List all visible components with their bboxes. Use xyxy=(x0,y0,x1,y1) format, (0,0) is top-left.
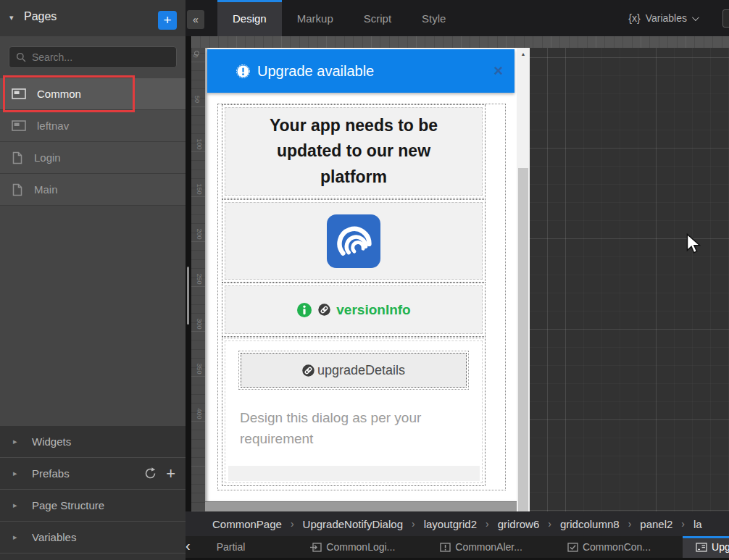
ruler-number: 100 xyxy=(196,138,203,149)
panel-sections: ▸ Widgets ▸ Prefabs + ▸ Page Structure ▸ xyxy=(0,426,186,560)
tab-common-alert[interactable]: CommonAler... xyxy=(427,536,536,558)
editor-mode-tabs: Design Markup Script Style xyxy=(217,0,461,36)
breadcrumb-item[interactable]: layoutgrid2 xyxy=(424,518,477,530)
bind-link-icon xyxy=(318,304,330,316)
canvas-scrollbar[interactable]: ▲ xyxy=(517,48,530,511)
section-label: Page Structure xyxy=(32,499,104,511)
app-root: ▾ Pages + Common leftnav xyxy=(0,0,729,560)
section-prefabs[interactable]: ▸ Prefabs + xyxy=(0,458,186,490)
section-variables[interactable]: ▸ Variables xyxy=(0,522,186,553)
dialog-heading-text: Your app needs to be updated to our new … xyxy=(225,113,482,191)
chevron-right-icon: ▸ xyxy=(13,501,17,510)
tab-markup[interactable]: Markup xyxy=(282,0,349,36)
page-item-common[interactable]: Common xyxy=(0,78,186,110)
login-dialog-icon xyxy=(310,543,322,552)
tab-label: UpgradeNotif... xyxy=(712,541,729,553)
version-info-widget[interactable]: versionInfo xyxy=(225,285,483,334)
section-widgets[interactable]: ▸ Widgets xyxy=(0,426,186,458)
tab-label: CommonLogi... xyxy=(326,541,395,553)
heading-widget[interactable]: Your app needs to be updated to our new … xyxy=(225,107,483,196)
chevron-left-icon[interactable]: ‹ xyxy=(186,536,191,558)
page-item-login[interactable]: Login xyxy=(0,142,186,174)
ruler-origin-icon xyxy=(194,51,199,56)
variables-label: Variables xyxy=(646,12,687,24)
tab-common-confirm[interactable]: CommonCon... xyxy=(554,536,664,558)
panel-resize-gutter[interactable] xyxy=(186,0,191,560)
open-files-tabbar: ‹ Partial CommonLogi... CommonAler... Co… xyxy=(186,536,729,558)
page-item-main[interactable]: Main xyxy=(0,174,186,206)
breadcrumb-item[interactable]: la xyxy=(693,518,702,530)
alert-dialog-icon xyxy=(440,543,451,552)
partial-page-icon xyxy=(12,120,26,131)
breadcrumb-item[interactable]: gridrow6 xyxy=(498,518,540,530)
page-item-label: Common xyxy=(37,88,81,100)
section-label: Widgets xyxy=(32,435,71,448)
dialog-hint-text: Design this dialog as per your requireme… xyxy=(228,398,480,466)
vertical-ruler: 0 50 100 150 200 250 300 350 400 xyxy=(191,48,205,511)
page-item-label: Main xyxy=(34,183,58,196)
breadcrumb-separator: › xyxy=(412,518,415,530)
canvas-scrollbar-thumb[interactable] xyxy=(518,168,528,511)
panel-scrollbar-thumb[interactable] xyxy=(187,267,189,325)
page-item-label: Login xyxy=(34,151,61,164)
tab-design[interactable]: Design xyxy=(217,0,282,36)
tab-upgrade-notify[interactable]: UpgradeNotif... xyxy=(683,536,729,558)
add-page-button[interactable]: + xyxy=(158,11,177,30)
editor-top-bar: « Design Markup Script Style {x} Variabl… xyxy=(186,0,729,36)
ruler-number: 50 xyxy=(193,96,201,103)
close-icon[interactable]: × xyxy=(493,64,503,78)
upgrade-details-button[interactable]: upgradeDetails xyxy=(241,353,467,388)
form-dialog-icon xyxy=(696,543,707,552)
partial-page-icon xyxy=(12,88,26,99)
ruler-number: 200 xyxy=(196,228,203,239)
section-label: Variables xyxy=(32,531,76,543)
breadcrumb-separator: › xyxy=(486,518,489,530)
file-page-icon xyxy=(12,151,23,164)
mouse-cursor xyxy=(686,233,703,255)
pages-panel-title: Pages xyxy=(24,10,57,23)
chevron-right-icon: ▸ xyxy=(13,437,17,446)
design-canvas-page: Upgrade available × Your app needs to be… xyxy=(205,48,517,501)
scroll-up-icon[interactable]: ▲ xyxy=(517,48,530,61)
picture-widget[interactable] xyxy=(225,202,483,280)
breadcrumb-item[interactable]: gridcolumn8 xyxy=(560,518,620,530)
badge-alert-icon xyxy=(236,64,250,78)
add-prefab-button[interactable]: + xyxy=(166,467,175,481)
breadcrumb-separator: › xyxy=(548,518,551,530)
pages-panel-header: ▾ Pages + xyxy=(0,0,186,36)
horizontal-ruler xyxy=(191,36,729,48)
breadcrumb-item[interactable]: UpgradeNotifyDialog xyxy=(303,518,403,530)
panel-widget[interactable]: upgradeDetails Design this dialog as per… xyxy=(225,340,483,483)
ruler-number: 400 xyxy=(196,408,203,419)
breadcrumb-item[interactable]: CommonPage xyxy=(212,518,282,530)
section-page-structure[interactable]: ▸ Page Structure xyxy=(0,490,186,522)
dialog-title: Upgrade available xyxy=(257,63,374,80)
pages-collapse-caret-icon[interactable]: ▾ xyxy=(9,13,14,22)
refresh-icon[interactable] xyxy=(143,467,157,480)
file-page-icon xyxy=(12,183,23,196)
tab-script[interactable]: Script xyxy=(349,0,407,36)
bind-link-icon xyxy=(302,364,314,377)
dialog-header[interactable]: Upgrade available × xyxy=(207,49,515,93)
ruler-number: 250 xyxy=(196,273,203,284)
chevron-right-icon: ▸ xyxy=(13,469,17,478)
page-search-box[interactable] xyxy=(9,46,177,68)
tab-label: CommonAler... xyxy=(455,541,522,553)
pages-panel: ▾ Pages + Common leftnav xyxy=(0,0,186,560)
variables-menu[interactable]: {x} Variables xyxy=(628,0,697,36)
breadcrumb-separator: › xyxy=(291,518,294,530)
collapse-panel-button[interactable]: « xyxy=(187,10,204,29)
wavemaker-logo xyxy=(327,214,380,268)
tab-style[interactable]: Style xyxy=(407,0,461,36)
breadcrumb-separator: › xyxy=(628,518,632,530)
chevron-right-icon: ▸ xyxy=(13,532,17,542)
tab-partial[interactable]: Partial xyxy=(204,536,259,558)
page-item-leftnav[interactable]: leftnav xyxy=(0,110,186,142)
confirm-dialog-icon xyxy=(567,543,578,552)
tab-common-login[interactable]: CommonLogi... xyxy=(297,536,408,558)
info-icon xyxy=(296,302,312,318)
breadcrumb-item[interactable]: panel2 xyxy=(640,518,672,530)
search-input[interactable] xyxy=(32,51,170,63)
upgrade-details-label: upgradeDetails xyxy=(317,363,405,378)
cut-off-button[interactable] xyxy=(722,9,729,28)
